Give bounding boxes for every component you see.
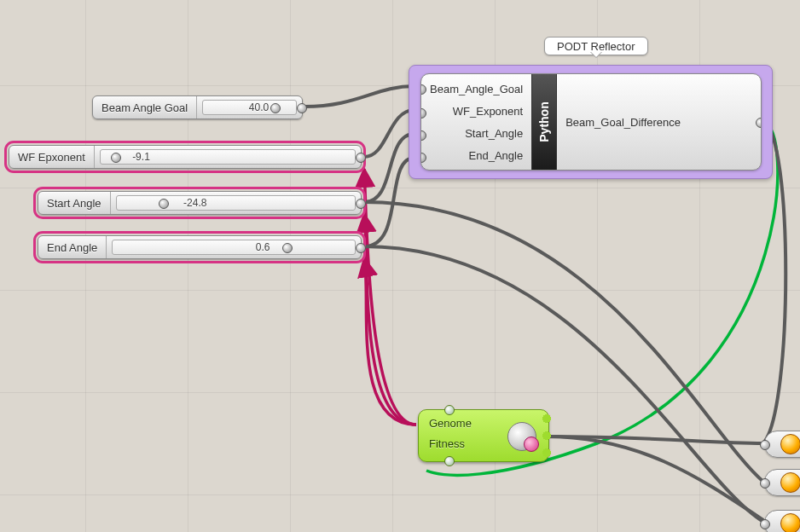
galapagos-genome-label[interactable]: Genome: [429, 417, 472, 430]
fitness-port[interactable]: [444, 456, 455, 466]
python-output-beam-goal-difference[interactable]: Beam_Goal_Difference: [565, 116, 681, 129]
slider-label: Beam Angle Goal: [93, 96, 197, 119]
slider-value: 40.0: [249, 101, 269, 113]
python-outputs: Beam_Goal_Difference: [557, 74, 689, 170]
python-name-label: Python: [537, 101, 551, 142]
grasshopper-canvas[interactable]: { "sliders": { "beam_angle_goal": { "lab…: [0, 0, 800, 532]
data-orb-icon: [780, 513, 800, 532]
slider-value: -24.8: [183, 197, 206, 209]
data-orb-icon: [780, 434, 800, 454]
slider-track[interactable]: -9.1: [100, 149, 356, 165]
python-input-wf-exponent[interactable]: WF_Exponent: [430, 105, 523, 118]
slider-label: Start Angle: [38, 192, 111, 214]
python-component[interactable]: Beam_Angle_Goal WF_Exponent Start_Angle …: [420, 73, 762, 171]
python-name-tab: Python: [531, 74, 557, 170]
slider-value: 0.6: [256, 241, 270, 253]
slider-end-angle[interactable]: End Angle 0.6: [38, 235, 362, 259]
galapagos-icon: [507, 422, 536, 451]
python-input-end-angle[interactable]: End_Angle: [430, 149, 523, 162]
slider-label: End Angle: [38, 236, 107, 258]
output-port[interactable]: [356, 153, 366, 163]
slider-beam-angle-goal[interactable]: Beam Angle Goal 40.0: [92, 95, 303, 119]
data-param-1[interactable]: [764, 431, 800, 458]
output-port[interactable]: [756, 118, 762, 128]
output-port[interactable]: [297, 103, 307, 113]
slider-track[interactable]: 40.0: [202, 100, 297, 115]
galapagos-solver[interactable]: Genome Fitness: [418, 409, 549, 462]
slider-handle-icon[interactable]: [282, 243, 293, 253]
data-param-2[interactable]: [764, 469, 800, 496]
slider-wf-exponent[interactable]: WF Epxonent -9.1: [9, 145, 362, 169]
input-port[interactable]: [760, 478, 770, 489]
data-orb-icon: [780, 472, 800, 493]
slider-handle-icon[interactable]: [111, 153, 121, 163]
slider-label: WF Epxonent: [9, 146, 95, 168]
python-input-start-angle[interactable]: Start_Angle: [430, 127, 523, 140]
slider-track[interactable]: -24.8: [116, 195, 356, 211]
slider-handle-icon[interactable]: [159, 199, 169, 209]
python-inputs: Beam_Angle_Goal WF_Exponent Start_Angle …: [421, 74, 531, 170]
slider-track[interactable]: 0.6: [112, 240, 356, 255]
galapagos-fitness-label[interactable]: Fitness: [429, 437, 465, 450]
output-port[interactable]: [356, 199, 366, 209]
group-title-label: PODT Reflector: [544, 37, 648, 55]
input-port[interactable]: [760, 440, 770, 450]
python-input-beam-angle-goal[interactable]: Beam_Angle_Goal: [430, 83, 523, 95]
slider-start-angle[interactable]: Start Angle -24.8: [38, 191, 362, 215]
data-param-3[interactable]: [764, 510, 800, 532]
genome-port[interactable]: [444, 405, 455, 415]
slider-value: -9.1: [132, 151, 150, 163]
group-title-text: PODT Reflector: [557, 40, 635, 53]
input-port[interactable]: [760, 519, 770, 529]
output-port[interactable]: [356, 243, 366, 253]
slider-handle-icon[interactable]: [270, 103, 281, 113]
